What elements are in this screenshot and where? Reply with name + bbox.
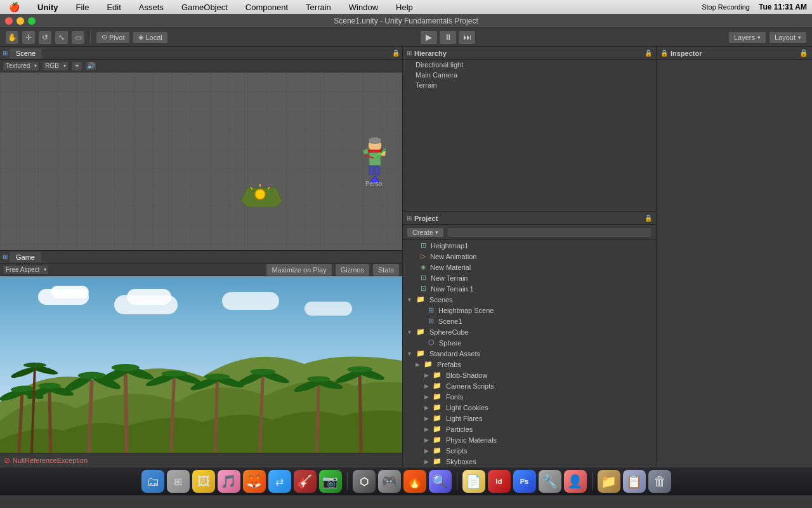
project-item-new-terrain-1[interactable]: ⊡New Terrain 1 — [403, 283, 656, 294]
dock-filemanager[interactable]: 📋 — [623, 470, 646, 493]
scale-tool-btn[interactable]: ⤡ — [55, 30, 69, 44]
gizmos-btn[interactable]: Gizmos — [335, 264, 370, 276]
menu-assets[interactable]: Assets — [135, 2, 167, 13]
menu-help[interactable]: Help — [392, 2, 417, 13]
scene-character[interactable]: Perso — [358, 133, 390, 177]
menu-component[interactable]: Component — [242, 2, 292, 13]
dock-photoshop[interactable]: Ps — [513, 470, 536, 493]
dock-folder[interactable]: 📁 — [598, 470, 620, 493]
scene-viewport[interactable]: Perso — [0, 72, 402, 250]
hierarchy-lock-icon[interactable]: 🔒 — [645, 50, 652, 57]
inspector-lock-icon[interactable]: 🔒 — [799, 49, 808, 57]
svg-line-16 — [19, 392, 22, 453]
dock-finder[interactable]: 🗂 — [141, 470, 164, 493]
step-btn[interactable]: ⏭ — [458, 30, 476, 44]
pause-btn[interactable]: ⏸ — [439, 30, 457, 44]
hierarchy-item-terrain[interactable]: Terrain — [403, 80, 656, 90]
project-item-light-flares[interactable]: ▶📁Light Flares — [403, 413, 656, 424]
dock-preview[interactable]: 🖼 — [192, 470, 215, 493]
play-btn[interactable]: ▶ — [420, 30, 438, 44]
project-item-camera-scripts[interactable]: ▶📁Camera Scripts — [403, 380, 656, 391]
project-item-heightmap1[interactable]: ⊡Heightmap1 — [403, 240, 656, 251]
project-item-light-cookies[interactable]: ▶📁Light Cookies — [403, 402, 656, 413]
project-item-physic-materials[interactable]: ▶📁Physic Materials — [403, 434, 656, 445]
pivot-btn[interactable]: ⊙ Pivot — [96, 31, 130, 44]
project-item-scenes[interactable]: ▼📁Scenes — [403, 294, 656, 305]
project-search[interactable] — [447, 227, 652, 237]
menu-window[interactable]: Window — [345, 2, 382, 13]
project-item-standard-assets[interactable]: ▼📁Standard Assets — [403, 348, 656, 359]
project-lock-icon[interactable]: 🔒 — [645, 215, 652, 222]
svg-point-7 — [369, 137, 381, 144]
dock-firefox[interactable]: 🦊 — [243, 470, 266, 493]
project-header: ⊞ Project 🔒 — [403, 212, 656, 225]
layers-dropdown[interactable]: Layers — [728, 31, 766, 44]
rect-tool-btn[interactable]: ▭ — [71, 30, 85, 44]
dock-fire[interactable]: 🔥 — [403, 470, 426, 493]
menu-terrain[interactable]: Terrain — [302, 2, 335, 13]
project-item-new-animation[interactable]: ▷New Animation — [403, 251, 656, 262]
aspect-dropdown[interactable]: Free Aspect — [3, 265, 49, 275]
project-item-scene1[interactable]: ⊞Scene1 — [403, 316, 656, 326]
dock-textedit[interactable]: 📄 — [462, 470, 485, 493]
project-item-sphere[interactable]: ⬡Sphere — [403, 337, 656, 348]
dock-gamecenter[interactable]: 🎮 — [378, 470, 401, 493]
rgb-dropdown[interactable]: RGB — [42, 61, 69, 71]
create-btn[interactable]: Create — [407, 227, 444, 237]
project-item-new-material[interactable]: ◈New Material — [403, 262, 656, 272]
rotate-tool-btn[interactable]: ↺ — [38, 30, 52, 44]
dock-addressbook[interactable]: 👤 — [564, 470, 587, 493]
menu-file[interactable]: File — [72, 2, 93, 13]
dock-tool[interactable]: 🔧 — [539, 470, 561, 493]
layout-label: Layout — [775, 34, 796, 41]
project-item-new-terrain[interactable]: ⊡New Terrain — [403, 272, 656, 283]
svg-line-20 — [49, 389, 51, 453]
dock-facetime[interactable]: 📷 — [319, 470, 342, 493]
maximize-button[interactable] — [28, 17, 36, 25]
scene-lock-icon[interactable]: 🔒 — [392, 50, 400, 57]
project-item-skyboxes[interactable]: ▶📁Skyboxes — [403, 456, 656, 467]
stats-btn[interactable]: Stats — [372, 264, 400, 276]
move-tool-btn[interactable]: ✛ — [22, 30, 36, 44]
game-tab[interactable]: Game — [10, 252, 41, 262]
close-button[interactable] — [5, 17, 13, 25]
project-item-prefabs[interactable]: ▶📁Prefabs — [403, 359, 656, 370]
dock-migration[interactable]: ⇄ — [268, 470, 291, 493]
menu-gameobject[interactable]: GameObject — [178, 2, 232, 13]
dock-indesign[interactable]: Id — [488, 470, 511, 493]
dock-trash[interactable]: 🗑 — [648, 470, 671, 493]
scene-lights-btn[interactable]: ☀ — [71, 61, 82, 71]
hierarchy-item-main-camera[interactable]: Main Camera — [403, 70, 656, 80]
menu-unity[interactable]: Unity — [34, 2, 62, 13]
project-content: ⊡Heightmap1▷New Animation◈New Material⊡N… — [403, 240, 656, 467]
dock-unity[interactable]: ⬡ — [353, 470, 376, 493]
svg-point-55 — [347, 366, 372, 373]
hierarchy-item-directional-light[interactable]: Directional light — [403, 60, 656, 70]
stop-recording-btn[interactable]: Stop Recording — [698, 3, 754, 11]
project-item-fonts[interactable]: ▶📁Fonts — [403, 391, 656, 402]
apple-menu[interactable]: 🍎 — [5, 1, 23, 13]
textured-dropdown[interactable]: Textured — [3, 61, 39, 71]
dock-search[interactable]: 🔍 — [429, 470, 452, 493]
menu-edit[interactable]: Edit — [103, 2, 124, 13]
scene-audio-btn[interactable]: 🔊 — [85, 61, 96, 71]
project-toolbar: Create — [403, 225, 656, 240]
maximize-on-play-btn[interactable]: Maximize on Play — [266, 264, 332, 276]
project-item-heightmap-scene[interactable]: ⊞Heightmap Scene — [403, 305, 656, 316]
project-item-blob-shadow[interactable]: ▶📁Blob-Shadow — [403, 370, 656, 380]
scene-tab[interactable]: Scene — [10, 48, 42, 58]
project-item-particles[interactable]: ▶📁Particles — [403, 424, 656, 434]
scene-object[interactable] — [241, 182, 279, 201]
dock-guitar[interactable]: 🎸 — [294, 470, 317, 493]
minimize-button[interactable] — [16, 17, 24, 25]
svg-line-40 — [215, 380, 217, 453]
project-item-scripts[interactable]: ▶📁Scripts — [403, 445, 656, 456]
dock-itunes[interactable]: 🎵 — [218, 470, 240, 493]
svg-point-35 — [162, 371, 187, 377]
dock-launchpad[interactable]: ⊞ — [167, 470, 190, 493]
local-btn[interactable]: ◈ Local — [133, 31, 167, 44]
hand-tool-btn[interactable]: ✋ — [5, 30, 19, 44]
project-item-spherecube[interactable]: ▼📁SphereCube — [403, 326, 656, 337]
game-viewport[interactable] — [0, 276, 402, 453]
layout-dropdown[interactable]: Layout — [769, 31, 807, 44]
